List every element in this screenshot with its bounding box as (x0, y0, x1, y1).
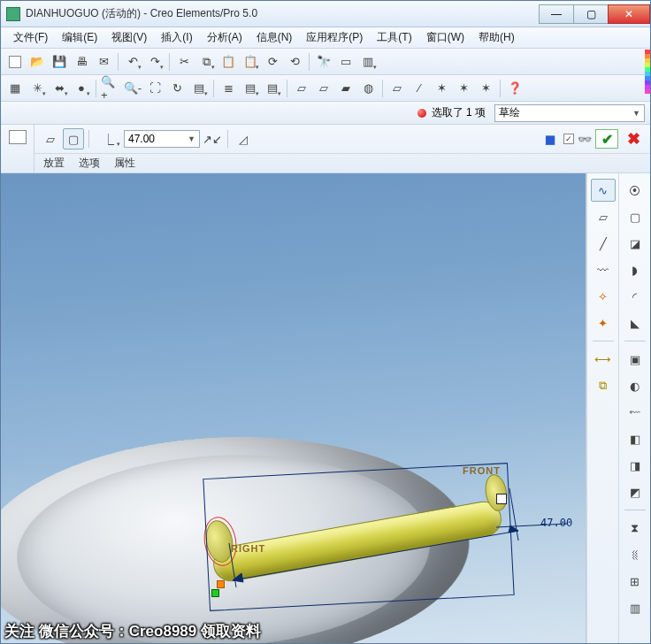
reorient-button[interactable]: ↻ (166, 78, 188, 99)
separator (213, 80, 214, 97)
separator (118, 53, 119, 71)
regen-button[interactable]: ⟳ (262, 51, 283, 73)
solid-toggle[interactable]: ▱ (40, 128, 61, 150)
menu-edit[interactable]: 编辑(E) (55, 27, 104, 48)
separator (88, 130, 89, 148)
merge-icon[interactable]: ⧛ (623, 543, 647, 566)
datum-point-toggle[interactable]: ✶ (431, 78, 452, 99)
surface-toggle[interactable]: ▢ (63, 128, 84, 150)
datum-axis-toggle[interactable]: ⁄ (409, 78, 430, 99)
menu-app[interactable]: 应用程序(P) (299, 27, 370, 48)
ok-button[interactable]: ✔ (595, 129, 618, 149)
preview-checkbox[interactable]: ✓ (563, 134, 574, 144)
no-hidden-button[interactable]: ▰ (335, 78, 356, 99)
find-button[interactable]: 🔭 (313, 51, 334, 73)
minimize-button[interactable]: — (539, 4, 574, 24)
spin-center-button[interactable]: ✳ (27, 78, 48, 99)
hole-icon[interactable]: ⦿ (623, 179, 647, 202)
menu-window[interactable]: 窗口(W) (419, 27, 471, 48)
selection-count: 选取了 1 项 (432, 105, 486, 120)
menu-help[interactable]: 帮助(H) (471, 27, 522, 48)
point-icon[interactable]: ✧ (591, 285, 616, 308)
mirror-icon[interactable]: ⧗ (623, 517, 647, 540)
save-button[interactable]: 💾 (49, 51, 70, 73)
menu-insert[interactable]: 插入(I) (154, 27, 199, 48)
cancel-button[interactable]: ✖ (622, 129, 645, 149)
pattern-icon[interactable]: ⊞ (623, 570, 647, 593)
mail-button[interactable]: ✉ (93, 51, 114, 73)
model-tree-button[interactable]: ▤ (262, 78, 283, 99)
dimension-icon[interactable]: ⟷ (591, 348, 616, 371)
maximize-button[interactable]: ▢ (573, 4, 609, 24)
close-button[interactable]: ✕ (608, 4, 650, 24)
paste-special-button[interactable]: 📋 (240, 51, 261, 73)
tab-options[interactable]: 选项 (79, 156, 100, 171)
tab-props[interactable]: 属性 (114, 156, 135, 171)
boundary-icon[interactable]: ◩ (623, 480, 647, 503)
tab-place[interactable]: 放置 (43, 156, 65, 171)
spline-icon[interactable]: ∿ (591, 179, 616, 202)
project-icon[interactable]: ▥ (623, 596, 647, 619)
shell-icon[interactable]: ▢ (623, 205, 647, 228)
zoomout-button[interactable]: 🔍- (122, 78, 143, 99)
blend-icon[interactable]: ◧ (623, 427, 647, 450)
line-icon[interactable]: ╱ (591, 232, 616, 255)
wave-icon[interactable]: 〰 (591, 258, 616, 281)
help-button[interactable]: ❓ (504, 78, 525, 99)
round-icon[interactable]: ◜ (623, 285, 647, 308)
copy-button[interactable]: ⧉ (195, 51, 217, 73)
chamfer-icon[interactable]: ◣ (623, 311, 647, 334)
refit-button[interactable]: ⛶ (144, 78, 165, 99)
pause-button[interactable]: ▮▮ (539, 128, 560, 150)
flip-depth-button[interactable]: ↗↙ (202, 128, 223, 150)
rib-icon[interactable]: ◪ (623, 232, 647, 255)
orient-button[interactable]: ⬌ (49, 78, 70, 99)
draft-icon[interactable]: ◗ (623, 258, 647, 281)
selbox-button[interactable]: ▭ (335, 51, 356, 73)
shading-button[interactable]: ◍ (357, 78, 379, 99)
depth-type-button[interactable]: ⎿ (94, 128, 122, 150)
dimension-value[interactable]: 47.00 (540, 517, 572, 529)
sweep-icon[interactable]: ⬳ (623, 401, 647, 424)
depth-value-input[interactable]: 47.00 ▼ (124, 130, 200, 148)
paste-button[interactable]: 📋 (218, 51, 239, 73)
menu-info[interactable]: 信息(N) (249, 27, 300, 48)
datum-csys-toggle[interactable]: ✶ (453, 78, 474, 99)
menu-file[interactable]: 文件(F) (6, 27, 55, 48)
revolve-icon[interactable]: ◐ (623, 374, 647, 397)
window-buttons: — ▢ ✕ (540, 4, 650, 24)
selection-filter-combo[interactable]: 草绘 ▼ (494, 104, 645, 122)
saved-views-button[interactable]: ▤ (188, 78, 210, 99)
new-button[interactable] (4, 51, 26, 73)
view-mgr-button[interactable]: ▤ (240, 78, 261, 99)
menu-analysis[interactable]: 分析(A) (200, 27, 249, 48)
menu-tools[interactable]: 工具(T) (370, 27, 418, 48)
chain-icon[interactable]: ⧉ (591, 374, 616, 397)
dashboard-tools: ▱ ▢ ⎿ 47.00 ▼ ↗↙ ◿ ▮▮ ✓ 👓 ✔ ✖ (34, 125, 650, 153)
open-button[interactable]: 📂 (27, 51, 48, 73)
cut-button[interactable]: ✂ (173, 51, 195, 73)
menu-view[interactable]: 视图(V) (104, 27, 154, 48)
extrude-icon[interactable]: ▣ (623, 348, 647, 371)
shade-button[interactable]: ● (71, 78, 92, 99)
record-icon (417, 109, 426, 118)
datum-plane-toggle[interactable]: ▱ (387, 78, 408, 99)
zoomin-button[interactable]: 🔍+ (100, 78, 121, 99)
csys-icon[interactable]: ✦ (591, 311, 616, 334)
remove-material-button[interactable]: ◿ (233, 128, 254, 150)
swept-blend-icon[interactable]: ◨ (623, 454, 647, 477)
parallelogram-icon[interactable]: ▱ (591, 205, 616, 228)
annot-toggle[interactable]: ✶ (475, 78, 496, 99)
selfilter-button[interactable]: ▥ (357, 51, 379, 73)
separator (169, 53, 170, 71)
hidden-line-button[interactable]: ▱ (313, 78, 334, 99)
repaint-button[interactable]: ▦ (4, 78, 26, 99)
separator (96, 80, 96, 97)
wireframe-button[interactable]: ▱ (291, 78, 312, 99)
3d-viewport[interactable]: 47.00 FRONT RIGHT PRT_CSYS_DEF 关注 微信公众号：… (1, 173, 586, 643)
layers-button[interactable]: ≣ (218, 78, 239, 99)
print-button[interactable]: 🖶 (71, 51, 92, 73)
redo-button[interactable]: ↷ (144, 51, 165, 73)
regen-auto-button[interactable]: ⟲ (284, 51, 305, 73)
undo-button[interactable]: ↶ (122, 51, 143, 73)
